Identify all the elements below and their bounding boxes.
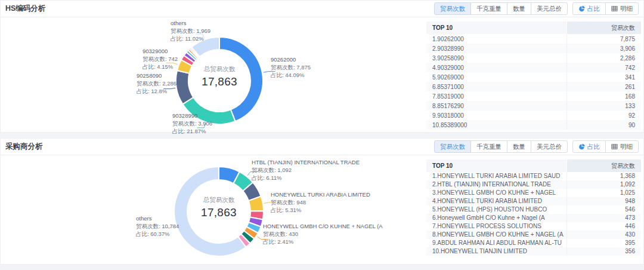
table-row[interactable]: 5.HONEYWELL (HPS) HOUSTON HUBCO546: [426, 205, 641, 214]
measure-button[interactable]: 贸易次数: [434, 2, 471, 15]
table-header-measure: 贸易次数: [566, 22, 641, 34]
buyer-donut-chart: HTBL (TIANJIN) INTERNATIONAL TRADE贸易次数: …: [1, 155, 424, 263]
slice-label-name: HTBL (TIANJIN) INTERNATIONAL TRADE: [252, 158, 369, 166]
measure-button[interactable]: 数量: [507, 2, 531, 15]
table-header-measure: 贸易次数: [566, 159, 641, 172]
row-name: 5.HONEYWELL (HPS) HOUSTON HUBCO: [426, 205, 566, 214]
table-row[interactable]: 8.HONEYWELL GMBH C/O KUHNE + NAGEL (A430: [426, 231, 641, 239]
slice-label-value: 贸易次数: 948: [271, 198, 411, 206]
measure-button[interactable]: 数量: [507, 140, 531, 153]
row-name: 8.HONEYWELL GMBH C/O KUHNE + NAGEL (A: [426, 231, 566, 239]
row-value: 133: [566, 101, 641, 111]
row-value: 430: [566, 231, 641, 239]
table-row[interactable]: 5.90269000341: [426, 72, 641, 82]
view-button-label: 明细: [620, 5, 633, 13]
pie-chart-icon: [578, 143, 585, 150]
detail-grid-view-button[interactable]: 明细: [605, 140, 639, 153]
table-row[interactable]: 8.85176290133: [426, 101, 641, 111]
slice-label-name: 90262000: [271, 56, 348, 63]
slice-label: 90262000贸易次数: 7,875占比: 44.09%: [271, 56, 348, 79]
center-total-value: 17,863: [202, 75, 237, 88]
row-name: 3.90258090: [426, 53, 566, 63]
row-value: 546: [566, 205, 641, 214]
table-row[interactable]: 6.85371000261: [426, 82, 641, 91]
row-name: 1.90262000: [426, 34, 566, 44]
row-value: 1,368: [566, 172, 641, 180]
row-name: 2.90328990: [426, 44, 566, 53]
table-row[interactable]: 3.902580902,286: [426, 53, 641, 63]
slice-label-pct: 占比: 60.37%: [136, 230, 213, 238]
row-value: 261: [566, 82, 641, 91]
row-value: 1,025: [566, 189, 641, 197]
center-total-label: 总贸易次数: [201, 196, 237, 204]
view-button-label: 占比: [587, 143, 600, 151]
slice-label: 90328990贸易次数: 3,906占比: 21.87%: [172, 112, 244, 135]
row-name: 5.90269000: [426, 72, 566, 82]
slice-label-pct: 占比: 12.8%: [137, 87, 208, 95]
slice-label-value: 贸易次数: 742: [143, 55, 214, 63]
slice-label-value: 贸易次数: 1,969: [171, 27, 242, 35]
table-row[interactable]: 9.ABDUL RAHMAN ALI ABDUL RAHMAN AL-TU395: [426, 239, 641, 247]
table-header-rank: TOP 10: [426, 159, 566, 172]
table-row[interactable]: 6.Honeywell GmbH C/O Kuhne + Nagel (A473: [426, 214, 641, 222]
buyer-analysis-panel: 采购商分析 贸易次数千克重量数量美元总价占比明细 HTBL (TIANJIN) …: [0, 138, 644, 265]
pie-chart-view-button[interactable]: 占比: [572, 2, 606, 15]
row-name: 8.85176290: [426, 101, 566, 111]
table-row[interactable]: 9.9031800092: [426, 111, 641, 120]
row-name: 10.85389000: [426, 120, 566, 130]
center-total-value: 17,863: [201, 206, 237, 219]
panel-body: 90262000贸易次数: 7,875占比: 44.09%90328990贸易次…: [1, 17, 643, 131]
row-name: 4.HONEYWELL TURKI ARABIA LIMITED: [426, 197, 566, 205]
row-value: 2,286: [566, 53, 641, 63]
slice-label-pct: 占比: 11.02%: [171, 35, 242, 42]
row-name: 3.HONEYWELL GMBH C/O KUHNE + NAGEL: [426, 189, 566, 197]
row-value: 1,092: [566, 180, 641, 189]
slice-label-value: 贸易次数: 3,906: [172, 119, 244, 127]
slice-label-name: HONEYWELL TURKI ARABIA LIMITED: [271, 191, 411, 198]
pie-chart-view-button[interactable]: 占比: [572, 140, 606, 153]
slice-label-pct: 占比: 5.31%: [271, 206, 411, 214]
table-row[interactable]: 4.HONEYWELL TURKI ARABIA LIMITED948: [426, 197, 641, 205]
table-row[interactable]: 4.90329000742: [426, 63, 641, 72]
row-name: 7.HONEYWELL PROCESS SOLUTIONS: [426, 222, 566, 231]
donut-center-total: 总贸易次数17,863: [201, 196, 237, 219]
panel-header: 采购商分析 贸易次数千克重量数量美元总价占比明细: [1, 139, 643, 155]
table-row[interactable]: 7.HONEYWELL PROCESS SOLUTIONS446: [426, 222, 641, 231]
row-name: 10.HONEYWELL TIANJIN LIMITED: [426, 247, 566, 256]
measure-button-group: 贸易次数千克重量数量美元总价: [434, 2, 568, 15]
slice-label-name: others: [171, 19, 242, 27]
slice-label: others贸易次数: 1,969占比: 11.02%: [171, 19, 242, 42]
row-value: 168: [566, 91, 641, 101]
table-row[interactable]: 7.85319000168: [426, 91, 641, 101]
detail-grid-view-button[interactable]: 明细: [605, 2, 639, 15]
table-row[interactable]: 2.903289903,906: [426, 44, 641, 53]
row-value: 948: [566, 197, 641, 205]
chart-toolbar: 贸易次数千克重量数量美元总价占比明细: [434, 2, 639, 15]
measure-button[interactable]: 美元总价: [531, 140, 568, 153]
table-row[interactable]: 2.HTBL (TIANJIN) INTERNATIONAL TRADE1,09…: [426, 180, 641, 189]
measure-button-group: 贸易次数千克重量数量美元总价: [434, 140, 568, 153]
slice-label-value: 贸易次数: 7,875: [271, 63, 348, 71]
slice-label-pct: 占比: 2.41%: [263, 238, 387, 246]
table-row[interactable]: 10.8538900090: [426, 120, 641, 130]
view-button-group: 占比明细: [572, 2, 639, 15]
measure-button[interactable]: 美元总价: [531, 2, 568, 15]
slice-label-value: 贸易次数: 1,092: [252, 166, 369, 174]
measure-button[interactable]: 千克重量: [470, 2, 507, 15]
slice-label-value: 贸易次数: 2,286: [137, 79, 208, 87]
measure-button[interactable]: 贸易次数: [434, 140, 471, 153]
chart-toolbar: 贸易次数千克重量数量美元总价占比明细: [434, 140, 639, 153]
row-name: 4.90329000: [426, 63, 566, 72]
slice-label: HONEYWELL TURKI ARABIA LIMITED贸易次数: 948占…: [271, 191, 411, 214]
row-name: 7.85319000: [426, 91, 566, 101]
measure-button[interactable]: 千克重量: [470, 140, 507, 153]
table-row[interactable]: 1.HONEYWELL TURKI ARABIA LIMITED SAUD1,3…: [426, 172, 641, 180]
slice-label-pct: 占比: 6.11%: [252, 174, 369, 182]
table-row[interactable]: 3.HONEYWELL GMBH C/O KUHNE + NAGEL1,025: [426, 189, 641, 197]
table-row[interactable]: 1.902620007,875: [426, 34, 641, 44]
table-row[interactable]: 10.HONEYWELL TIANJIN LIMITED356: [426, 247, 641, 256]
table-header-rank: TOP 10: [426, 22, 566, 34]
panel-body: HTBL (TIANJIN) INTERNATIONAL TRADE贸易次数: …: [1, 155, 643, 263]
row-name: 1.HONEYWELL TURKI ARABIA LIMITED SAUD: [426, 172, 566, 180]
pie-chart-icon: [578, 5, 585, 12]
